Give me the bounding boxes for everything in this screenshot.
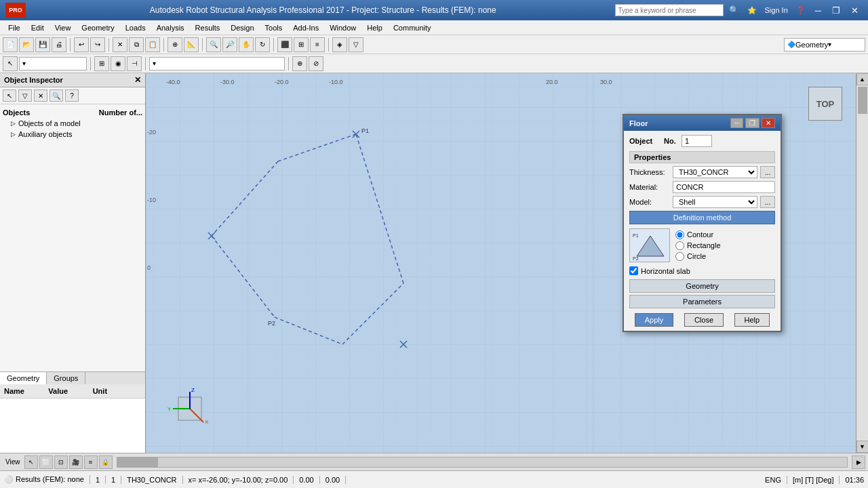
svg-text:Y: Y <box>167 406 172 412</box>
view-btn2[interactable]: ⬜ <box>39 455 53 469</box>
thickness-browse-btn[interactable]: ... <box>760 166 775 178</box>
material-input[interactable] <box>673 181 775 193</box>
rectangle-radio-label[interactable]: Rectangle <box>675 241 721 250</box>
tab-geometry[interactable]: Geometry <box>0 372 47 384</box>
h-scrollbar-thumb[interactable] <box>117 458 158 467</box>
snap-button[interactable]: ⊕ <box>167 37 182 52</box>
display-button[interactable]: ⊞ <box>294 37 309 52</box>
app-close-button[interactable]: ✕ <box>847 4 863 17</box>
menu-loads[interactable]: Loads <box>120 22 151 33</box>
paste-button[interactable]: 📋 <box>145 37 160 52</box>
scroll-down-btn[interactable]: ▼ <box>856 441 869 453</box>
circle-radio[interactable] <box>675 252 684 261</box>
render-button[interactable]: ⬛ <box>277 37 292 52</box>
menu-design[interactable]: Design <box>225 22 259 33</box>
rectangle-radio[interactable] <box>675 241 684 250</box>
menu-help[interactable]: Help <box>361 22 388 33</box>
geometry-dropdown[interactable]: 🔷 Geometry ▾ <box>784 38 865 52</box>
circle-radio-label[interactable]: Circle <box>675 252 721 261</box>
pan-button[interactable]: ✋ <box>239 37 254 52</box>
dialog-restore-btn[interactable]: ❐ <box>745 118 760 128</box>
model-select[interactable]: Shell <box>673 196 757 208</box>
tree-item-objects[interactable]: ▷ Objects of a model <box>3 118 142 129</box>
model-browse-btn[interactable]: ... <box>760 196 775 208</box>
thickness-select[interactable]: TH30_CONCR <box>673 166 757 178</box>
scroll-right-btn[interactable]: ▶ <box>852 455 865 469</box>
dialog-minimize-btn[interactable]: ─ <box>730 118 743 128</box>
view-btn3[interactable]: ⊡ <box>54 455 68 469</box>
scroll-track[interactable] <box>856 85 868 441</box>
open-button[interactable]: 📂 <box>19 37 34 52</box>
snap-line-button[interactable]: ⊣ <box>127 56 142 71</box>
menu-window[interactable]: Window <box>324 22 361 33</box>
view-btn6[interactable]: 🔒 <box>99 455 113 469</box>
menu-addins[interactable]: Add-Ins <box>288 22 324 33</box>
apply-button[interactable]: Apply <box>635 313 674 327</box>
zoom-in-button[interactable]: 🔍 <box>206 37 221 52</box>
new-button[interactable]: 📄 <box>3 37 18 52</box>
measure-button[interactable]: 📐 <box>184 37 199 52</box>
snap-grid-button[interactable]: ⊞ <box>94 56 109 71</box>
rotate-button[interactable]: ↻ <box>255 37 270 52</box>
menu-community[interactable]: Community <box>388 22 437 33</box>
menu-results[interactable]: Results <box>190 22 226 33</box>
select-mode-button[interactable]: ↖ <box>3 56 18 71</box>
menu-view[interactable]: View <box>50 22 77 33</box>
redo-button[interactable]: ↪ <box>90 37 105 52</box>
coord-btn2[interactable]: ⊘ <box>309 56 323 71</box>
shape-radio-group: Contour Rectangle Circle <box>675 230 721 261</box>
coord-btn1[interactable]: ⊕ <box>292 56 307 71</box>
coord-dropdown[interactable]: ▾ <box>149 57 285 70</box>
contour-radio[interactable] <box>675 230 684 239</box>
tab-groups[interactable]: Groups <box>47 372 85 384</box>
filter-button[interactable]: ▽ <box>349 37 363 52</box>
search-input[interactable] <box>615 4 724 16</box>
material-button[interactable]: ◈ <box>332 37 347 52</box>
app-restore-button[interactable]: ❐ <box>828 4 844 17</box>
layer-button[interactable]: ≡ <box>310 37 325 52</box>
contour-radio-label[interactable]: Contour <box>675 230 721 239</box>
inspector-search-btn[interactable]: 🔍 <box>50 89 63 102</box>
horiz-slab-checkbox[interactable] <box>629 266 638 275</box>
object-inspector-title: Object Inspector <box>4 76 63 84</box>
view-btn5[interactable]: ≡ <box>84 455 98 469</box>
save-button[interactable]: 💾 <box>35 37 50 52</box>
scroll-up-btn[interactable]: ▲ <box>856 73 869 85</box>
view-btn4[interactable]: 🎥 <box>69 455 83 469</box>
close-button[interactable]: Close <box>684 313 724 327</box>
mode-dropdown[interactable]: ▾ <box>19 57 87 70</box>
snap-point-button[interactable]: ◉ <box>111 56 125 71</box>
object-no-input[interactable] <box>682 135 712 147</box>
geometry-button[interactable]: Geometry <box>629 279 775 293</box>
signin-link[interactable]: Sign In <box>765 6 788 14</box>
favorites-icon[interactable]: ⭐ <box>747 6 757 15</box>
inspector-select-btn[interactable]: ↖ <box>3 89 16 102</box>
app-minimize-button[interactable]: ─ <box>811 4 825 17</box>
copy-button[interactable]: ⧉ <box>129 37 144 52</box>
definition-method-btn[interactable]: Definition method <box>629 211 775 224</box>
tree-item-auxiliary[interactable]: ▷ Auxiliary objects <box>3 129 142 140</box>
search-icon[interactable]: 🔍 <box>729 5 739 15</box>
parameters-button[interactable]: Parameters <box>629 295 775 308</box>
inspector-delete-btn[interactable]: ✕ <box>34 89 47 102</box>
scroll-thumb[interactable] <box>858 87 867 114</box>
menu-edit[interactable]: Edit <box>26 22 50 33</box>
object-inspector-close[interactable]: ✕ <box>134 75 141 85</box>
inspector-filter-btn[interactable]: ▽ <box>18 89 32 102</box>
print-button[interactable]: 🖨 <box>52 37 66 52</box>
delete-button[interactable]: ✕ <box>113 37 127 52</box>
sep6 <box>328 38 329 52</box>
menu-analysis[interactable]: Analysis <box>151 22 190 33</box>
view-btn1[interactable]: ↖ <box>24 455 38 469</box>
h-scrollbar-track[interactable] <box>117 457 848 468</box>
inspector-help-btn[interactable]: ? <box>65 89 79 102</box>
dialog-close-btn[interactable]: ✕ <box>762 118 775 128</box>
menu-file[interactable]: File <box>3 22 26 33</box>
menu-geometry[interactable]: Geometry <box>76 22 119 33</box>
help-button[interactable]: Help <box>734 313 770 327</box>
shape-preview: P1 P2 <box>629 228 670 262</box>
undo-button[interactable]: ↩ <box>74 37 89 52</box>
menu-tools[interactable]: Tools <box>260 22 288 33</box>
help-icon[interactable]: ❓ <box>796 6 806 15</box>
zoom-out-button[interactable]: 🔎 <box>222 37 237 52</box>
